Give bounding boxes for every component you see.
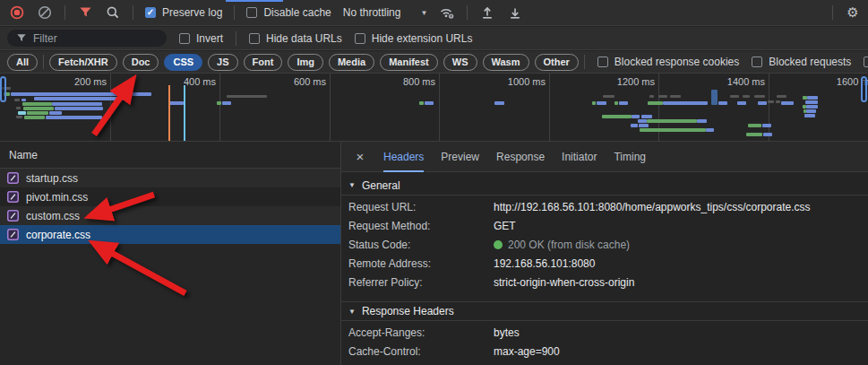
- response-headers-section-header[interactable]: ▼ Response Headers: [341, 301, 868, 321]
- waterfall-bar: [24, 116, 45, 119]
- waterfall-bar: [27, 111, 48, 115]
- waterfall-bar: [670, 95, 681, 98]
- throttling-select[interactable]: No throttling ▼: [343, 6, 428, 19]
- type-filter-all[interactable]: All: [7, 54, 38, 71]
- filter-input[interactable]: Filter: [7, 30, 167, 47]
- type-filter-media[interactable]: Media: [329, 54, 374, 71]
- timeline-overview[interactable]: 200 ms400 ms600 ms800 ms1000 ms1200 ms14…: [0, 74, 868, 142]
- devtools-network-panel: ✓ Preserve log Disable cache No throttli…: [0, 0, 868, 365]
- request-row-pivot-min-css[interactable]: pivot.min.css: [0, 187, 340, 206]
- kv-remote-address: Remote Address: 192.168.56.101:8080: [341, 254, 868, 273]
- waterfall-bar: [619, 101, 628, 105]
- timeline-tick-label: 1400 ms: [702, 76, 765, 87]
- status-text: 200 OK (from disk cache): [508, 239, 630, 251]
- waterfall-bar: [614, 101, 618, 105]
- throttling-value: No throttling: [343, 6, 401, 19]
- kv-value: 200 OK (from disk cache): [494, 239, 630, 251]
- waterfall-bar: [639, 124, 649, 127]
- checkbox-unchecked-icon: [864, 56, 868, 67]
- type-filter-js[interactable]: JS: [208, 54, 237, 71]
- request-name: custom.css: [26, 210, 80, 222]
- type-filter-wasm[interactable]: Wasm: [483, 54, 529, 71]
- export-har-button[interactable]: [507, 4, 523, 21]
- tab-response[interactable]: Response: [496, 142, 545, 172]
- timeline-gridline: [219, 74, 220, 142]
- css-file-icon: [7, 191, 19, 203]
- hide-extension-urls-label: Hide extension URLs: [372, 32, 473, 45]
- invert-checkbox[interactable]: Invert: [179, 32, 223, 45]
- waterfall-bar: [631, 124, 638, 127]
- request-row-custom-css[interactable]: custom.css: [0, 206, 340, 225]
- request-details-panel: × Headers Preview Response Initiator Tim…: [340, 142, 868, 365]
- tab-timing[interactable]: Timing: [614, 142, 646, 172]
- timeline-tick-label: 1600 ms: [812, 76, 868, 87]
- kv-value: strict-origin-when-cross-origin: [494, 276, 634, 289]
- waterfall-bar: [46, 116, 102, 119]
- kv-key: Remote Address:: [348, 257, 494, 270]
- kv-referrer-policy: Referrer Policy: strict-origin-when-cros…: [341, 273, 868, 291]
- overview-left-handle[interactable]: [0, 76, 6, 102]
- timeline-tick-label: 600 ms: [263, 76, 326, 87]
- type-filter-css[interactable]: CSS: [164, 54, 202, 71]
- blocked-response-cookies-checkbox[interactable]: Blocked response cookies: [597, 56, 739, 68]
- tab-preview[interactable]: Preview: [441, 142, 479, 172]
- tab-headers[interactable]: Headers: [383, 142, 424, 172]
- record-button[interactable]: [9, 4, 25, 21]
- waterfall-bar: [805, 100, 818, 104]
- type-filter-other[interactable]: Other: [535, 54, 579, 71]
- type-filter-doc[interactable]: Doc: [123, 54, 159, 71]
- waterfall-bar: [602, 115, 632, 118]
- third-party-requests-checkbox[interactable]: 3rd-party requests: [864, 56, 868, 68]
- kv-value: GET: [494, 220, 516, 232]
- type-filter-fetch-xhr[interactable]: Fetch/XHR: [49, 54, 117, 71]
- blocked-requests-checkbox[interactable]: Blocked requests: [752, 56, 851, 68]
- waterfall-bar: [222, 101, 231, 105]
- type-filter-manifest[interactable]: Manifest: [380, 54, 438, 71]
- name-column-header[interactable]: Name: [0, 142, 340, 169]
- waterfall-bar: [597, 101, 606, 105]
- css-file-icon: [7, 229, 19, 240]
- kv-value: http://192.168.56.101:8080/home/appworks…: [494, 201, 811, 213]
- waterfall-bar: [227, 95, 267, 98]
- waterfall-bar: [658, 95, 667, 98]
- network-conditions-icon[interactable]: [439, 4, 455, 21]
- filter-toggle-button[interactable]: [77, 4, 93, 21]
- kv-accept-ranges: Accept-Ranges: bytes: [341, 323, 868, 342]
- waterfall-bar: [21, 99, 26, 101]
- request-name: startup.css: [26, 172, 78, 185]
- waterfall-bar: [804, 114, 815, 117]
- search-icon[interactable]: [105, 4, 121, 21]
- clear-button[interactable]: [37, 4, 53, 21]
- toolbar-divider: [234, 5, 235, 20]
- waterfall-bar: [592, 101, 596, 105]
- hide-data-urls-checkbox[interactable]: Hide data URLs: [249, 32, 342, 45]
- waterfall-bar: [494, 101, 504, 105]
- waterfall-bar: [697, 119, 707, 123]
- request-row-corporate-css[interactable]: corporate.css: [0, 225, 340, 244]
- preserve-log-checkbox[interactable]: ✓ Preserve log: [145, 6, 222, 19]
- request-name: pivot.min.css: [26, 191, 88, 204]
- hide-extension-urls-checkbox[interactable]: Hide extension URLs: [355, 32, 473, 45]
- toolbar-divider: [467, 5, 468, 20]
- waterfall-bar: [11, 92, 151, 96]
- checkbox-unchecked-icon: [249, 33, 260, 44]
- type-filter-img[interactable]: Img: [288, 54, 323, 71]
- request-name: corporate.css: [26, 229, 90, 241]
- overview-track: 200 ms400 ms600 ms800 ms1000 ms1200 ms14…: [0, 74, 868, 141]
- type-filter-ws[interactable]: WS: [443, 54, 477, 71]
- checkbox-unchecked-icon: [597, 56, 608, 67]
- close-icon[interactable]: ×: [354, 149, 366, 164]
- overview-right-handle[interactable]: [861, 76, 867, 102]
- general-section-header[interactable]: ▼ General: [341, 176, 868, 196]
- blocked-requests-label: Blocked requests: [769, 56, 851, 68]
- tab-initiator[interactable]: Initiator: [562, 142, 597, 172]
- type-filter-font[interactable]: Font: [244, 54, 283, 71]
- import-har-button[interactable]: [479, 4, 495, 21]
- settings-gear-button[interactable]: ⚙: [845, 4, 861, 21]
- request-row-startup-css[interactable]: startup.css: [0, 169, 340, 187]
- waterfall-bar: [763, 133, 772, 136]
- checkbox-checked-icon: ✓: [145, 7, 156, 18]
- toolbar-divider: [43, 55, 44, 69]
- disable-cache-checkbox[interactable]: Disable cache: [246, 6, 331, 19]
- waterfall-bar: [781, 101, 794, 105]
